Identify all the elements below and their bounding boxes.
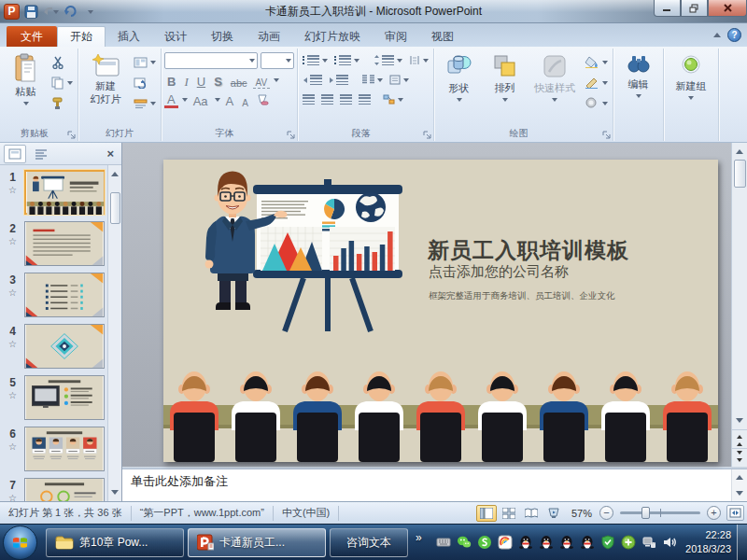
copy-button[interactable] — [49, 74, 75, 91]
bullets-button[interactable] — [301, 51, 330, 69]
volume-tray-icon[interactable] — [662, 535, 677, 550]
next-slide-button[interactable] — [732, 448, 747, 467]
tab-file[interactable]: 文件 — [7, 26, 57, 47]
outline-tab[interactable] — [30, 145, 52, 163]
new-group-button[interactable]: 新建组 — [667, 50, 715, 128]
text-shadow-button[interactable]: S — [211, 71, 225, 89]
drawing-dialog-launcher[interactable] — [601, 130, 611, 139]
collapse-ribbon-icon[interactable] — [713, 29, 721, 37]
slide-sorter-view-button[interactable] — [499, 505, 519, 522]
strikethrough-button[interactable]: abc — [228, 71, 250, 89]
slide-thumbnail-4[interactable]: 4 ☆ — [1, 324, 121, 369]
sogou-tray-icon[interactable] — [498, 535, 513, 550]
tray-overflow-chevron[interactable]: » — [416, 531, 422, 544]
qq-tray-icon[interactable] — [518, 535, 533, 550]
format-painter-button[interactable] — [49, 94, 75, 112]
shape-effects-button[interactable] — [583, 94, 610, 112]
slides-tab[interactable] — [4, 145, 26, 163]
tab-transitions[interactable]: 切换 — [199, 26, 246, 47]
slide-thumbnail-6[interactable]: 6 ☆ — [1, 427, 121, 471]
close-panel-button[interactable]: × — [103, 147, 118, 161]
taskbar-button-folder[interactable]: 第10章 Pow... — [46, 528, 184, 557]
reading-view-button[interactable] — [521, 505, 542, 522]
panel-scroll-up[interactable] — [108, 165, 122, 179]
panel-scroll-thumb[interactable] — [110, 192, 120, 224]
tab-animations[interactable]: 动画 — [246, 26, 292, 47]
zoom-in-button[interactable]: + — [707, 506, 721, 520]
zoom-slider-thumb[interactable] — [641, 507, 650, 519]
thumbnail-image[interactable] — [24, 324, 105, 369]
previous-slide-button[interactable] — [732, 429, 747, 448]
taskbar-button-text-window[interactable]: 咨询文本 — [330, 528, 408, 557]
decrease-indent-button[interactable] — [301, 71, 324, 89]
tab-view[interactable]: 视图 — [419, 26, 466, 47]
align-left-button[interactable] — [301, 91, 317, 108]
font-color-button[interactable]: A — [164, 91, 178, 108]
restore-button[interactable] — [681, 0, 708, 17]
slide-counter[interactable]: 幻灯片 第 1 张，共 36 张 — [0, 506, 132, 521]
zoom-percentage[interactable]: 57% — [566, 508, 598, 519]
reset-button[interactable] — [132, 74, 158, 91]
layout-button[interactable] — [132, 53, 158, 71]
theme-name[interactable]: “第一PPT，www.1ppt.com” — [132, 506, 274, 521]
zoom-out-button[interactable]: − — [599, 506, 613, 520]
qq-tray-icon[interactable] — [580, 535, 595, 550]
messenger-tray-icon[interactable] — [477, 535, 492, 550]
normal-view-button[interactable] — [476, 505, 497, 522]
notes-scroll-up[interactable] — [736, 471, 743, 480]
powerpoint-app-icon[interactable]: P — [4, 4, 20, 20]
close-button[interactable] — [708, 0, 747, 17]
wechat-tray-icon[interactable] — [457, 535, 472, 550]
security-plus-tray-icon[interactable] — [621, 535, 636, 550]
align-text-button[interactable] — [388, 71, 411, 89]
italic-button[interactable]: I — [181, 71, 190, 89]
language-indicator[interactable]: 中文(中国) — [274, 506, 339, 521]
network-tray-icon[interactable] — [641, 535, 656, 550]
slide-thumbnail-5[interactable]: 5 ☆ — [1, 375, 121, 420]
tab-design[interactable]: 设计 — [152, 26, 199, 47]
scroll-down-button[interactable] — [733, 415, 747, 429]
taskbar-clock[interactable]: 22:28 2018/3/23 — [685, 528, 731, 556]
align-right-button[interactable] — [338, 91, 354, 108]
bold-button[interactable]: B — [164, 71, 178, 89]
slide-thumbnail-3[interactable]: 3 ☆ — [1, 273, 121, 317]
thumbnail-image[interactable] — [24, 170, 105, 215]
thumbnail-image[interactable] — [24, 273, 105, 317]
font-size-combo[interactable] — [261, 52, 294, 69]
cut-button[interactable] — [49, 53, 75, 71]
slide[interactable]: 新员工入职培训模板 点击添加您的公司名称 框架完整适用于商务培训、员工培训、企业… — [163, 160, 718, 462]
editing-button[interactable]: 编辑 — [616, 50, 660, 128]
paste-button[interactable]: 粘贴 — [4, 50, 48, 128]
notes-scroll-down[interactable] — [736, 491, 743, 499]
line-spacing-button[interactable] — [372, 51, 404, 69]
font-family-combo[interactable] — [164, 52, 258, 69]
thumbnail-image[interactable] — [24, 221, 105, 266]
smartart-convert-button[interactable] — [381, 91, 405, 108]
arrange-button[interactable]: 排列 — [483, 50, 527, 128]
slideshow-view-button[interactable] — [543, 505, 564, 522]
notes-scrollbar[interactable] — [731, 469, 747, 501]
slide-thumbnail-1[interactable]: 1 ☆ — [1, 170, 121, 215]
slide-tagline[interactable]: 框架完整适用于商务培训、员工培训、企业文化 — [429, 290, 615, 302]
qq-tray-icon[interactable] — [559, 535, 574, 550]
qq-tray-icon[interactable] — [539, 535, 554, 550]
quick-styles-button[interactable]: 快速样式 — [529, 50, 581, 128]
save-button[interactable] — [22, 3, 39, 20]
clear-formatting-button[interactable] — [254, 91, 271, 108]
shape-outline-button[interactable] — [583, 74, 610, 91]
minimize-button[interactable] — [654, 0, 681, 17]
align-center-button[interactable] — [319, 91, 335, 108]
redo-button[interactable] — [62, 3, 78, 20]
panel-scrollbar[interactable] — [107, 165, 121, 501]
thumbnail-image[interactable] — [24, 478, 105, 501]
new-slide-button[interactable]: 新建 幻灯片 — [81, 50, 130, 128]
tab-insert[interactable]: 插入 — [106, 26, 152, 47]
main-scrollbar[interactable] — [731, 143, 747, 467]
tab-review[interactable]: 审阅 — [373, 26, 419, 47]
thumbnail-image[interactable] — [24, 375, 105, 420]
scroll-up-button[interactable] — [733, 143, 747, 157]
undo-button[interactable] — [42, 3, 59, 20]
tab-slideshow[interactable]: 幻灯片放映 — [292, 26, 373, 47]
tab-home[interactable]: 开始 — [57, 26, 106, 47]
security-shield-tray-icon[interactable] — [600, 535, 615, 550]
